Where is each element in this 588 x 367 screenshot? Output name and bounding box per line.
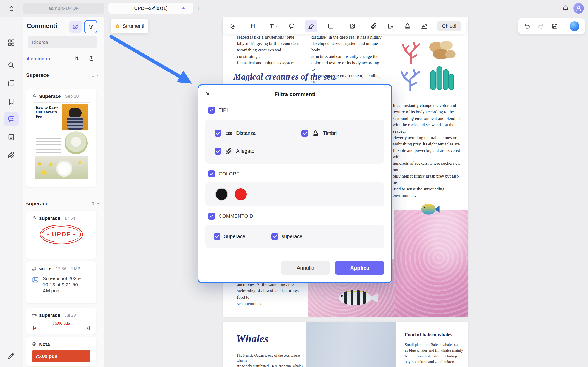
coral-tan-image xyxy=(427,37,457,64)
group-count: 3 xyxy=(92,201,94,206)
heading-tool[interactable]: H xyxy=(251,23,260,30)
stamps-checkbox[interactable] xyxy=(301,130,308,137)
comment-author: superace xyxy=(39,312,60,318)
comment-author: Superace xyxy=(39,94,61,99)
tools-button-label: Strumenti xyxy=(123,23,144,29)
filter-comments-dialog: ✕ Filtra commenti TIPI Distanza Timbri A… xyxy=(198,84,392,283)
comment-card-measure[interactable]: superace Jul 29 75.00 pda xyxy=(26,308,96,334)
new-tab-button[interactable]: + xyxy=(194,4,202,12)
type-attachment-option[interactable]: Allegato xyxy=(215,148,254,155)
group-name: Superace xyxy=(26,72,49,78)
types-section: Distanza Timbri Allegato xyxy=(205,119,384,164)
search-icon[interactable] xyxy=(7,61,15,69)
types-section-label: TIPI xyxy=(219,107,228,113)
attachment-icon[interactable] xyxy=(7,151,15,159)
striped-fish-image xyxy=(337,288,379,307)
unsaved-dot xyxy=(182,7,185,9)
chevron-down-icon[interactable] xyxy=(95,201,100,206)
tools-button[interactable]: Strumenti xyxy=(111,19,148,33)
stamp-icon xyxy=(312,130,319,137)
author-checkbox[interactable] xyxy=(208,213,215,219)
comment-thumbnail: How to Draw Our Favorite Pets xyxy=(33,102,90,181)
color-swatch-black[interactable] xyxy=(216,189,227,200)
type-distance-option[interactable]: Distanza xyxy=(215,130,256,137)
angelfish-image xyxy=(420,200,441,217)
shape-tool[interactable] xyxy=(327,23,339,30)
ruler-icon xyxy=(225,130,233,137)
undo-icon[interactable] xyxy=(524,23,531,30)
comment-author: Nota xyxy=(39,342,50,347)
author-superace2-label: superace xyxy=(282,234,303,240)
updf-stamp-preview: • UPDF • xyxy=(40,225,83,244)
note-icon xyxy=(32,342,37,347)
save-button[interactable] xyxy=(551,23,563,30)
doc-column1: seabed is like a mysterious "blue labyri… xyxy=(237,34,301,66)
distance-annotation-preview: 75.00 pda xyxy=(32,321,91,328)
close-toolbar-button[interactable]: Chiudi xyxy=(437,21,461,31)
author-superace2-checkbox[interactable] xyxy=(271,233,278,240)
signature-tool[interactable] xyxy=(421,23,428,30)
redo-icon[interactable] xyxy=(537,23,544,30)
hide-annotations-button[interactable] xyxy=(69,21,82,33)
image-file-icon xyxy=(32,276,39,284)
home-button[interactable] xyxy=(6,3,17,13)
notifications-button[interactable] xyxy=(562,5,570,12)
text-tool[interactable]: T xyxy=(270,23,278,30)
apply-button[interactable]: Applica xyxy=(335,261,384,275)
pen-sign-icon[interactable] xyxy=(7,352,15,360)
author-superace-checkbox[interactable] xyxy=(214,233,221,240)
author-superace-label: Superace xyxy=(224,234,245,240)
export-comments-icon[interactable] xyxy=(88,55,95,61)
color-checkbox[interactable] xyxy=(208,170,215,177)
ai-assistant-button[interactable] xyxy=(570,21,579,31)
highlighter-tool-selected[interactable] xyxy=(305,20,317,32)
color-swatch-red[interactable] xyxy=(235,188,247,200)
coral-teal-image xyxy=(427,64,456,92)
comment-time-size: 17:56 · 2 MB xyxy=(56,266,81,271)
comment-card-note[interactable]: Nota 75.00 pda xyxy=(26,337,96,366)
attachment-checkbox[interactable] xyxy=(215,148,221,155)
stamp-tool[interactable] xyxy=(404,23,411,30)
tab-sample-updf[interactable]: sample-UPDF xyxy=(23,3,104,14)
comment-tool[interactable] xyxy=(288,23,295,30)
dialog-title: Filtra commenti xyxy=(199,91,391,98)
comments-search-input[interactable] xyxy=(27,36,97,48)
comment-group-header[interactable]: superace 3 xyxy=(26,200,100,207)
document-icon[interactable] xyxy=(7,133,15,141)
thumbnail-dog-photo xyxy=(62,104,88,130)
select-tool[interactable] xyxy=(229,23,241,30)
pattern-tool[interactable] xyxy=(349,23,361,30)
sticker-tool[interactable] xyxy=(387,23,394,30)
types-section-header: TIPI xyxy=(208,107,228,114)
filter-comments-button[interactable] xyxy=(84,20,97,33)
tab-label: sample-UPDF xyxy=(48,6,79,11)
comment-card-updf-stamp[interactable]: superace 17:54 • UPDF • xyxy=(26,211,96,259)
author-superace-option[interactable]: Superace xyxy=(214,233,245,240)
color-section xyxy=(205,182,384,206)
comment-group-header[interactable]: Superace 1 xyxy=(26,72,100,79)
updf-stamp-text: • UPDF • xyxy=(42,226,81,242)
tab-updf-2-files[interactable]: UPDF-2-files(1) xyxy=(108,3,193,14)
coral-red-image xyxy=(397,39,425,64)
sort-comments-icon[interactable] xyxy=(73,55,80,61)
author-superace2-option[interactable]: superace xyxy=(271,233,303,240)
comments-panel-button[interactable] xyxy=(4,112,19,126)
comment-card-attachment[interactable]: su...e 17:56 · 2 MB Screenshot 2025-10-1… xyxy=(26,261,96,303)
left-icon-rail xyxy=(0,17,23,367)
grid-menu-icon[interactable] xyxy=(7,39,15,47)
cancel-button[interactable]: Annulla xyxy=(281,261,330,275)
author-section-label: COMMENTO DI xyxy=(219,213,255,219)
types-checkbox[interactable] xyxy=(208,107,215,114)
tutorial-arrow xyxy=(107,33,198,89)
chevron-down-icon[interactable] xyxy=(95,73,100,77)
comments-search xyxy=(27,36,97,48)
distance-checkbox[interactable] xyxy=(215,130,221,137)
type-stamps-option[interactable]: Timbri xyxy=(301,130,337,137)
comment-author: su...e xyxy=(39,266,52,272)
attach-tool[interactable] xyxy=(371,23,377,30)
user-avatar[interactable] xyxy=(573,3,584,14)
comment-card-stamp-image[interactable]: Superace Sep 18 How to Draw Our Favorite… xyxy=(26,89,96,187)
page-thumbnails-icon[interactable] xyxy=(7,79,15,87)
toolbox-icon xyxy=(115,23,120,30)
bookmark-icon[interactable] xyxy=(7,98,15,106)
